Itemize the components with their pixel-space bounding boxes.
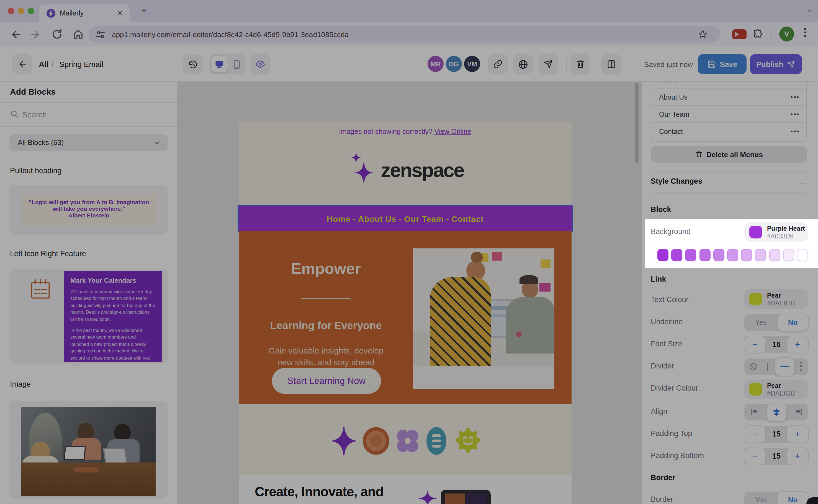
- delete-button[interactable]: [570, 54, 590, 74]
- hero-cta-button[interactable]: Start Learning Now: [272, 368, 381, 394]
- browser-profile-avatar[interactable]: V: [779, 27, 794, 41]
- divider-dotted-icon[interactable]: [800, 362, 802, 371]
- site-settings-icon[interactable]: [96, 30, 105, 39]
- align-left-icon[interactable]: [750, 408, 759, 417]
- send-test-button[interactable]: [538, 54, 558, 74]
- browser-tab[interactable]: Mailerly ✕: [39, 4, 129, 22]
- desktop-preview-button[interactable]: [211, 56, 228, 72]
- web-version-button[interactable]: [513, 54, 533, 74]
- menu-item-row[interactable]: Home: [651, 82, 806, 89]
- palette-swatch[interactable]: [699, 249, 710, 261]
- divider-none-icon[interactable]: [749, 362, 758, 371]
- browser-menu-icon[interactable]: [804, 28, 806, 38]
- font-size-decrease-button[interactable]: −: [744, 336, 766, 354]
- collapse-minus-icon[interactable]: [799, 179, 807, 187]
- window-minimize-button[interactable]: [18, 8, 24, 14]
- palette-swatch[interactable]: [741, 249, 752, 261]
- underline-yes-option[interactable]: Yes: [744, 314, 778, 331]
- palette-swatch[interactable]: [658, 249, 669, 261]
- align-center-selected[interactable]: [767, 403, 786, 422]
- palette-swatch[interactable]: [685, 249, 697, 261]
- address-bar[interactable]: app1.mailerly.com/email-editor/dacf8c42-…: [89, 26, 720, 43]
- border-toggle: Yes No: [744, 492, 808, 504]
- email-menu-block-selected[interactable]: Home - About Us - Our Team - Contact: [239, 206, 571, 231]
- tab-search-chevron-icon[interactable]: ⌄: [807, 6, 812, 13]
- layout-panel-button[interactable]: [601, 54, 622, 74]
- palette-swatch[interactable]: [797, 249, 808, 261]
- browser-reload-icon[interactable]: [51, 28, 63, 40]
- search-input[interactable]: Search: [22, 110, 47, 119]
- new-tab-button[interactable]: +: [137, 4, 151, 18]
- font-size-increase-button[interactable]: +: [786, 336, 809, 354]
- align-right-icon[interactable]: [794, 408, 803, 417]
- email-hero-block[interactable]: Empower Learning for Everyone Gain valua…: [239, 231, 571, 404]
- bookmark-star-icon[interactable]: [698, 29, 708, 39]
- underline-no-option[interactable]: No: [777, 314, 809, 331]
- tab-close-icon[interactable]: ✕: [117, 9, 123, 17]
- menu-item-row[interactable]: About Us: [651, 89, 806, 106]
- block-category-label: Pullout heading: [10, 167, 61, 175]
- padding-top-decrease-button[interactable]: −: [744, 425, 766, 443]
- palette-swatch[interactable]: [671, 249, 682, 261]
- collaborator-avatar[interactable]: MR: [426, 55, 445, 73]
- editor-toolbar: All / Spring Email: [0, 46, 818, 82]
- view-online-link[interactable]: View Online: [434, 128, 471, 136]
- divider-solid-thin-icon[interactable]: [767, 363, 768, 371]
- email-feature-block[interactable]: Create, Innovate, and: [239, 475, 571, 504]
- url-text[interactable]: app1.mailerly.com/email-editor/dacf8c42-…: [112, 30, 349, 38]
- item-options-icon[interactable]: [791, 131, 799, 132]
- version-history-button[interactable]: [183, 54, 203, 74]
- palette-swatch[interactable]: [755, 249, 766, 261]
- collaborator-avatar[interactable]: DG: [445, 55, 463, 73]
- extensions-puzzle-icon[interactable]: [752, 29, 763, 40]
- padding-bottom-decrease-button[interactable]: −: [744, 448, 766, 465]
- divider-dash-selected[interactable]: [775, 357, 795, 376]
- mobile-preview-button[interactable]: [228, 56, 245, 72]
- menu-item-row[interactable]: Our Team: [651, 106, 806, 123]
- block-filter-value: All Blocks (63): [18, 138, 64, 147]
- bottom-heading: Create, Innovate, and: [255, 484, 383, 500]
- palette-swatch[interactable]: [713, 249, 724, 261]
- canvas-scrollbar-thumb[interactable]: [635, 83, 639, 163]
- palette-swatch[interactable]: [727, 249, 738, 261]
- style-changes-heading: Style Changes: [651, 177, 702, 185]
- window-zoom-button[interactable]: [28, 8, 34, 14]
- block-filter-select[interactable]: All Blocks (63): [9, 134, 168, 151]
- block-left-icon-right-feature[interactable]: Mark Your Calendars We have a company-wi…: [9, 269, 168, 363]
- save-button-label: Save: [720, 60, 737, 68]
- browser-toolbar: app1.mailerly.com/email-editor/dacf8c42-…: [0, 22, 818, 46]
- window-close-button[interactable]: [8, 8, 14, 14]
- item-options-icon[interactable]: [791, 113, 799, 115]
- publish-button[interactable]: Publish: [750, 54, 802, 74]
- collaborator-avatar[interactable]: VM: [463, 55, 481, 73]
- email-icons-block[interactable]: [239, 404, 571, 475]
- menu-item-row[interactable]: Contact: [651, 123, 806, 140]
- item-options-icon[interactable]: [791, 96, 799, 98]
- delete-all-menus-button[interactable]: Delete all Menus: [651, 146, 807, 163]
- border-yes-option[interactable]: Yes: [744, 492, 778, 504]
- divider-colour-chip[interactable]: Pear #DAE62B: [744, 380, 808, 399]
- palette-swatch[interactable]: [769, 249, 780, 261]
- browser-forward-icon[interactable]: [30, 28, 42, 40]
- preview-button[interactable]: [250, 54, 270, 74]
- padding-bottom-increase-button[interactable]: +: [786, 448, 809, 465]
- text-colour-chip[interactable]: Pear #DAE62B: [744, 289, 808, 309]
- padding-top-increase-button[interactable]: +: [786, 425, 809, 443]
- border-no-option[interactable]: No: [777, 491, 809, 504]
- breadcrumb-root[interactable]: All: [39, 60, 49, 69]
- save-button[interactable]: Save: [698, 54, 747, 74]
- back-button[interactable]: [12, 54, 32, 74]
- save-floppy-icon: [707, 60, 716, 69]
- background-color-chip[interactable]: Purple Heart #A033D9: [744, 222, 808, 242]
- browser-home-icon[interactable]: [72, 28, 84, 40]
- extension-badge-icon[interactable]: [732, 29, 747, 39]
- block-pullout-heading[interactable]: "Logic will get you from A to B. Imagina…: [9, 185, 168, 235]
- underline-toggle: Yes No: [744, 314, 808, 331]
- font-size-label: Font Size: [651, 340, 682, 348]
- brand-logo[interactable]: zenspace: [239, 148, 571, 193]
- block-image[interactable]: [9, 401, 168, 499]
- browser-back-icon[interactable]: [9, 28, 21, 40]
- hero-photo: [413, 248, 554, 389]
- palette-swatch[interactable]: [783, 249, 794, 261]
- copy-link-button[interactable]: [488, 54, 508, 74]
